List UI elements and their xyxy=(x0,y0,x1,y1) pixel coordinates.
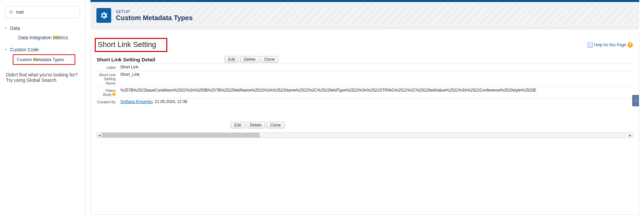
tree-item-label-post: etadata Types xyxy=(37,57,64,62)
not-found-line1: Didn't find what you're looking for? xyxy=(6,72,80,77)
header-eyebrow: SETUP xyxy=(116,9,193,14)
header-texts: SETUP Custom Metadata Types xyxy=(116,9,193,22)
field-label: Label xyxy=(97,65,116,70)
clone-button[interactable]: Clone xyxy=(260,56,278,63)
edit-button[interactable]: Edit xyxy=(230,122,245,128)
clone-button[interactable]: Clone xyxy=(266,122,284,128)
chevron-down-icon xyxy=(3,47,8,52)
field-label: Short Link Setting Name xyxy=(97,72,116,86)
doc-icon xyxy=(588,42,593,48)
tree-group-data: Data Data Integration Metrics xyxy=(0,22,85,44)
help-for-page-link[interactable]: Help for this Page ? xyxy=(588,42,633,48)
delete-button[interactable]: Delete xyxy=(240,56,259,63)
sidebar-item-custom-metadata-types[interactable]: Custom Metadata Types xyxy=(17,56,71,63)
field-value: %257B%2522baseConditions%2522%3A%255B%25… xyxy=(116,88,633,93)
scroll-right-arrow[interactable]: ► xyxy=(628,133,633,138)
page-title: Short Link Setting xyxy=(98,40,156,49)
field-value: Short_Link xyxy=(116,72,633,77)
main-area: SETUP Custom Metadata Types Short Link S… xyxy=(86,0,644,215)
edit-button[interactable]: Edit xyxy=(224,56,239,63)
sidebar-item-data-integration-metrics[interactable]: Data Integration Metrics xyxy=(0,33,85,42)
chevron-left-icon xyxy=(634,99,638,102)
field-value: Svitlana Krysenko, 21.05.2024, 12:36 xyxy=(116,99,633,104)
not-found-line2: Try using Global Search. xyxy=(6,77,80,83)
question-icon: ? xyxy=(628,42,633,48)
field-row-created-by: Created By Svitlana Krysenko, 21.05.2024… xyxy=(97,98,633,105)
created-by-datetime: , 21.05.2024, 12:36 xyxy=(153,99,187,104)
detail-block: Short Link Setting Detail Edit Delete Cl… xyxy=(91,56,639,130)
tree-item-label-pre: Custom xyxy=(17,57,33,62)
horizontal-scrollbar[interactable]: ◄ ► xyxy=(97,132,633,138)
scroll-left-arrow[interactable]: ◄ xyxy=(97,133,102,138)
tree-header-label: Custom Code xyxy=(10,47,39,52)
search-icon xyxy=(9,10,13,14)
detail-header-row: Short Link Setting Detail Edit Delete Cl… xyxy=(97,56,633,63)
tree-item-label-highlight: M xyxy=(33,57,37,62)
field-label: Filters Bodyi xyxy=(97,88,116,97)
field-label: Created By xyxy=(97,99,116,104)
expand-side-tab[interactable] xyxy=(632,95,639,106)
field-label-text: Short Link Setting Name xyxy=(99,73,116,85)
annotation-red-box-sidebar: Custom Metadata Types xyxy=(13,54,75,65)
chevron-down-icon xyxy=(3,26,8,31)
delete-button[interactable]: Delete xyxy=(246,122,265,128)
field-row-name: Short Link Setting Name Short_Link xyxy=(97,71,633,87)
scroll-thumb[interactable] xyxy=(102,133,260,138)
sidebar-search-wrap xyxy=(0,3,85,22)
tree-item-label-post: rics xyxy=(61,35,68,40)
help-link-label: Help for this Page xyxy=(594,43,626,47)
detail-section-title: Short Link Setting Detail xyxy=(97,57,224,62)
setup-header-band: SETUP Custom Metadata Types xyxy=(90,0,639,29)
setup-sidebar: Data Data Integration Metrics Custom Cod… xyxy=(0,0,86,215)
info-icon[interactable]: i xyxy=(112,93,116,96)
detail-button-row-bottom: Edit Delete Clone xyxy=(97,105,633,130)
sidebar-search-input[interactable] xyxy=(16,9,76,15)
created-by-user-link[interactable]: Svitlana Krysenko xyxy=(120,99,153,104)
tree-group-custom-code: Custom Code Custom Metadata Types xyxy=(0,44,85,66)
field-row-label: Label Short Link xyxy=(97,63,633,71)
sidebar-not-found: Didn't find what you're looking for? Try… xyxy=(0,66,85,83)
tree-header-custom-code[interactable]: Custom Code xyxy=(0,45,85,54)
header-title: Custom Metadata Types xyxy=(116,14,193,22)
tree-item-label-pre: Data Integration xyxy=(18,35,53,40)
scroll-track[interactable] xyxy=(102,133,628,138)
gear-icon xyxy=(96,8,111,23)
tree-header-data[interactable]: Data xyxy=(0,23,85,33)
content-panel: Short Link Setting Help for this Page ? … xyxy=(90,34,639,215)
tree-header-label: Data xyxy=(10,25,20,31)
sidebar-search-box[interactable] xyxy=(5,6,80,18)
page-title-row: Short Link Setting Help for this Page ? xyxy=(91,37,639,56)
tree-item-label-highlight: Met xyxy=(53,35,61,40)
field-row-filters: Filters Bodyi %257B%2522baseConditions%2… xyxy=(97,87,633,98)
field-value: Short Link xyxy=(116,65,633,69)
detail-button-row-top: Edit Delete Clone xyxy=(224,56,278,63)
annotation-red-box-title: Short Link Setting xyxy=(95,38,167,52)
